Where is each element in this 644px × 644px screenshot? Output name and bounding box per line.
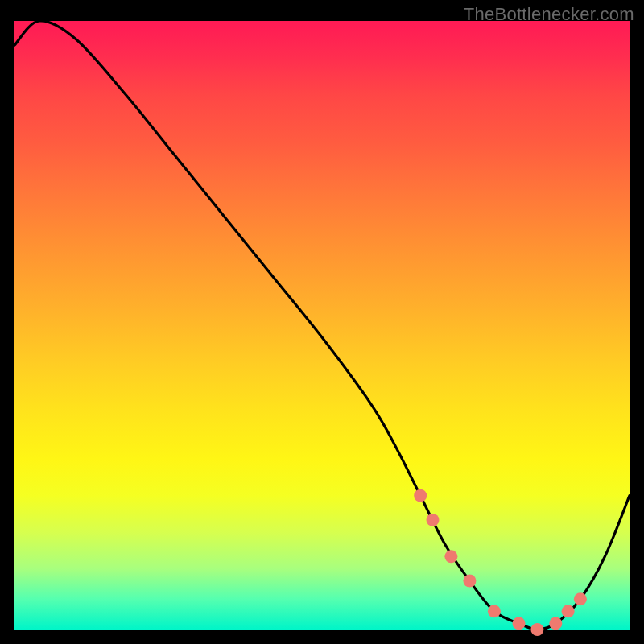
bottleneck-curve-line xyxy=(14,21,630,630)
marker-point xyxy=(444,550,457,563)
chart-svg xyxy=(14,21,630,630)
marker-point xyxy=(549,617,562,630)
highlight-markers xyxy=(414,489,587,636)
marker-point xyxy=(574,592,587,605)
marker-point xyxy=(562,605,575,617)
marker-point xyxy=(530,623,543,636)
chart-plot-area xyxy=(14,21,630,630)
marker-point xyxy=(427,514,440,526)
marker-point xyxy=(463,575,476,588)
marker-point xyxy=(488,605,501,617)
attribution-text: TheBottlenecker.com xyxy=(464,4,634,25)
marker-point xyxy=(513,617,526,630)
marker-point xyxy=(414,489,427,502)
